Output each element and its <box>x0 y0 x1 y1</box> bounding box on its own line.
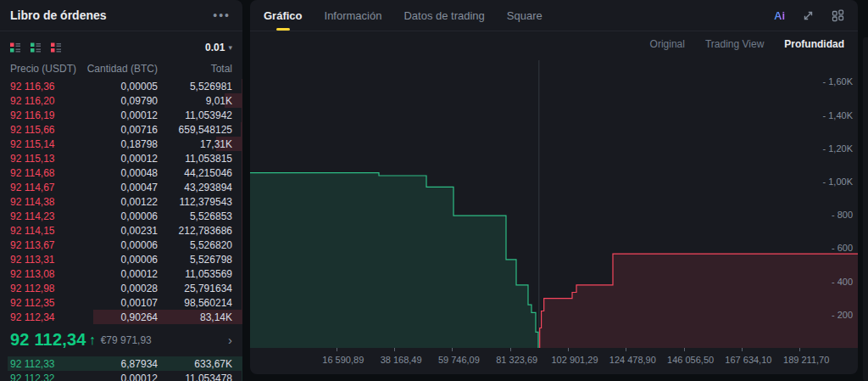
ask-row[interactable]: 92 116,190,0001211,053942 <box>0 108 242 122</box>
ask-row[interactable]: 92 114,670,0004743,293894 <box>0 180 242 194</box>
x-axis-tick-mark <box>337 348 337 351</box>
price-up-arrow-icon: ↑ <box>89 333 96 348</box>
qty-cell: 0,09790 <box>83 95 158 107</box>
depth-bar <box>242 165 242 180</box>
depth-bar <box>242 295 242 310</box>
price-cell: 92 112,32 <box>10 373 83 381</box>
ask-row[interactable]: 92 115,660,00716659,548125 <box>0 122 242 137</box>
chevron-down-icon: ▾ <box>228 43 232 52</box>
qty-cell: 0,00048 <box>83 167 158 179</box>
col-qty: Cantidad (BTC) <box>83 63 158 75</box>
chart-panel: GráficoInformaciónDatos de tradingSquare… <box>250 0 858 374</box>
x-axis-tick: 38 168,49 <box>381 355 422 365</box>
more-options-icon[interactable]: ••• <box>213 11 231 20</box>
total-cell: 25,791634 <box>158 283 232 294</box>
depth-bar <box>242 108 242 122</box>
x-axis-tick: 167 634,10 <box>725 355 771 365</box>
ask-row[interactable]: 92 116,200,097909,01K <box>0 93 242 108</box>
bid-row[interactable]: 92 112,336,87934633,67K <box>0 356 242 371</box>
ask-row[interactable]: 92 115,140,1879817,31K <box>0 137 242 151</box>
ask-row[interactable]: 92 114,380,00122112,379543 <box>0 194 242 209</box>
bid-row[interactable]: 92 112,320,0001211,053478 <box>0 371 242 381</box>
depth-bar <box>242 371 242 381</box>
total-cell: 659,548125 <box>158 124 232 136</box>
total-cell: 11,053569 <box>158 268 232 280</box>
ask-row[interactable]: 92 112,350,0010798,560214 <box>0 295 242 310</box>
bids-list: 92 112,336,87934633,67K92 112,320,000121… <box>0 356 242 381</box>
book-view-both-icon[interactable] <box>10 42 20 53</box>
price-cell: 92 116,20 <box>10 95 83 107</box>
depth-bar <box>241 122 242 137</box>
price-cell: 92 114,23 <box>10 210 83 222</box>
qty-cell: 0,00028 <box>83 283 158 294</box>
ask-row[interactable]: 92 114,150,00231212,783686 <box>0 223 242 238</box>
x-axis-tick: 124 478,90 <box>609 355 656 365</box>
ask-row[interactable]: 92 115,130,0001211,053815 <box>0 151 242 165</box>
precision-value: 0.01 <box>205 42 225 53</box>
ask-row[interactable]: 92 116,360,000055,526981 <box>0 79 242 93</box>
qty-cell: 0,00006 <box>83 254 158 266</box>
total-cell: 44,215046 <box>158 167 232 179</box>
depth-bar <box>242 209 242 223</box>
qty-cell: 0,00716 <box>83 124 158 136</box>
total-cell: 11,053942 <box>158 109 232 121</box>
total-cell: 17,31K <box>158 138 232 150</box>
apps-grid-icon[interactable] <box>832 9 844 22</box>
total-cell: 9,01K <box>158 95 232 107</box>
ask-row[interactable]: 92 112,340,9026483,14K <box>0 310 242 324</box>
tab-informaci-n[interactable]: Información <box>325 0 382 31</box>
ask-row[interactable]: 92 114,680,0004844,215046 <box>0 165 242 180</box>
mode-profundidad[interactable]: Profundidad <box>784 38 844 50</box>
total-cell: 83,14K <box>158 311 232 323</box>
expand-icon[interactable] <box>802 9 815 22</box>
total-cell: 11,053478 <box>158 373 232 381</box>
price-cell: 92 113,67 <box>10 239 83 251</box>
ask-row[interactable]: 92 112,980,0002825,791634 <box>0 281 242 295</box>
x-axis-tick-mark <box>684 348 685 351</box>
ask-row[interactable]: 92 113,670,000065,526820 <box>0 238 242 252</box>
depth-bar <box>242 281 242 295</box>
qty-cell: 6,87934 <box>83 358 158 370</box>
col-price: Precio (USDT) <box>10 63 83 75</box>
order-book-panel: Libro de órdenes ••• 0.01 ▾ Precio (USDT… <box>0 0 242 381</box>
ai-assistant-button[interactable]: Ai <box>774 9 785 22</box>
ask-row[interactable]: 92 113,080,0001211,053569 <box>0 266 242 281</box>
x-axis-tick: 81 323,69 <box>496 355 537 365</box>
y-axis-tick: - 800 <box>832 210 853 220</box>
x-axis-tick: 189 211,70 <box>783 355 829 365</box>
qty-cell: 0,90264 <box>83 311 158 323</box>
ask-row[interactable]: 92 114,230,000065,526853 <box>0 209 242 223</box>
x-axis-tick-mark <box>742 348 743 351</box>
mode-trading-view[interactable]: Trading View <box>705 38 764 50</box>
ask-row[interactable]: 92 113,310,000065,526798 <box>0 252 242 266</box>
depth-bar <box>242 180 242 194</box>
price-cell: 92 114,38 <box>10 196 83 208</box>
depth-chart[interactable]: - 200- 400- 600- 800- 1,00K- 1,20K- 1,40… <box>250 58 858 374</box>
price-cell: 92 112,34 <box>10 311 83 323</box>
precision-dropdown[interactable]: 0.01 ▾ <box>205 42 232 53</box>
depth-chart-canvas <box>250 58 858 350</box>
fiat-value: €79 971,93 <box>101 334 152 346</box>
x-axis-tick-mark <box>452 348 453 351</box>
last-price-ticker[interactable]: 92 112,34 ↑ €79 971,93 › <box>0 326 242 354</box>
asks-list: 92 116,360,000055,52698192 116,200,09790… <box>0 79 242 324</box>
depth-bar <box>242 194 242 209</box>
total-cell: 5,526820 <box>158 239 232 251</box>
qty-cell: 0,00231 <box>83 225 158 237</box>
book-view-bids-icon[interactable] <box>31 42 41 53</box>
y-axis-tick: - 1,00K <box>823 176 853 187</box>
book-view-asks-icon[interactable] <box>51 42 61 53</box>
qty-cell: 0,00012 <box>83 153 158 165</box>
x-axis-tick-mark <box>568 348 569 351</box>
price-cell: 92 115,66 <box>10 124 83 136</box>
qty-cell: 0,18798 <box>83 138 158 150</box>
mode-original[interactable]: Original <box>650 38 685 50</box>
depth-bar <box>242 238 242 252</box>
tab-gr-fico[interactable]: Gráfico <box>264 0 303 31</box>
total-cell: 212,783686 <box>158 225 232 237</box>
y-axis-tick: - 600 <box>832 243 853 253</box>
qty-cell: 0,00122 <box>83 196 158 208</box>
tab-datos-de-trading[interactable]: Datos de trading <box>403 0 484 31</box>
tab-square[interactable]: Square <box>507 0 542 31</box>
order-book-header: Libro de órdenes ••• <box>0 0 242 31</box>
